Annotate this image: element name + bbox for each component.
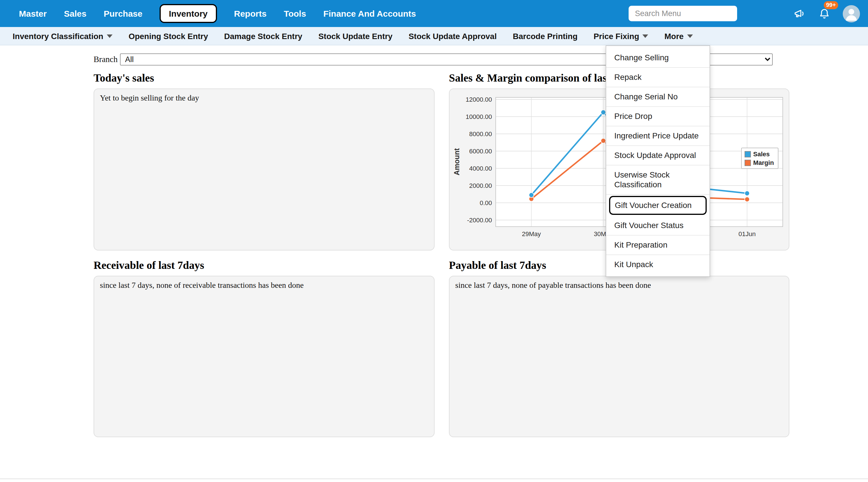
subnav-item-damage-stock-entry[interactable]: Damage Stock Entry xyxy=(224,31,302,40)
menu-item-repack[interactable]: Repack xyxy=(606,68,710,87)
todays-sales-title: Today's sales xyxy=(94,72,154,84)
nav-item-purchase[interactable]: Purchase xyxy=(104,9,143,19)
menu-item-price-drop[interactable]: Price Drop xyxy=(606,107,710,126)
y-tick-label: 4000.00 xyxy=(450,165,492,172)
topbar-icons: 99+ xyxy=(792,5,860,22)
nav-item-master[interactable]: Master xyxy=(19,9,47,19)
chevron-down-icon xyxy=(107,34,113,38)
chevron-down-icon xyxy=(643,34,648,38)
app-root: Master Sales Purchase Inventory Reports … xyxy=(0,0,868,482)
subnav-item-price-fixing[interactable]: Price Fixing xyxy=(594,31,648,40)
menu-item-userwise-stock-classification[interactable]: Userwise Stock Classification xyxy=(606,166,710,195)
nav-item-sales[interactable]: Sales xyxy=(64,9,86,19)
branch-label: Branch xyxy=(94,55,118,64)
subnav-label: Barcode Printing xyxy=(513,31,578,40)
inventory-sub-nav: Inventory Classification Opening Stock E… xyxy=(0,27,868,46)
receivable-title: Receivable of last 7days xyxy=(94,259,204,272)
receivable-panel: since last 7 days, none of receivable tr… xyxy=(94,276,435,437)
payable-panel: since last 7 days, none of payable trans… xyxy=(449,276,789,437)
announcement-icon[interactable] xyxy=(792,7,806,20)
menu-item-ingredient-price-update[interactable]: Ingredient Price Update xyxy=(606,126,710,146)
y-tick-label: 0.00 xyxy=(450,199,492,206)
nav-item-finance-and-accounts[interactable]: Finance And Accounts xyxy=(323,9,416,19)
menu-item-stock-update-approval[interactable]: Stock Update Approval xyxy=(606,146,710,166)
todays-sales-panel: Yet to begin selling for the day xyxy=(94,88,435,251)
search-menu-input[interactable] xyxy=(629,6,737,21)
legend-item-margin[interactable]: Margin xyxy=(745,159,774,166)
sales-swatch xyxy=(745,151,751,157)
payable-message: since last 7 days, none of payable trans… xyxy=(450,276,789,295)
chevron-down-icon xyxy=(687,34,693,38)
menu-item-gift-voucher-status[interactable]: Gift Voucher Status xyxy=(606,216,710,235)
subnav-item-stock-update-approval[interactable]: Stock Update Approval xyxy=(408,31,497,40)
x-tick-label: 01Jun xyxy=(739,230,756,237)
user-avatar[interactable] xyxy=(843,5,860,22)
y-tick-label: 6000.00 xyxy=(450,148,492,154)
y-tick-label: 10000.00 xyxy=(450,113,492,120)
more-dropdown-menu: Change Selling Repack Change Serial No P… xyxy=(606,46,710,277)
legend-item-sales[interactable]: Sales xyxy=(745,150,774,158)
x-tick-label: 29May xyxy=(522,230,541,237)
subnav-item-more[interactable]: More xyxy=(664,31,693,40)
subnav-item-stock-update-entry[interactable]: Stock Update Entry xyxy=(318,31,392,40)
subnav-item-opening-stock-entry[interactable]: Opening Stock Entry xyxy=(129,31,208,40)
menu-item-kit-unpack[interactable]: Kit Unpack xyxy=(606,255,710,274)
menu-item-kit-preparation[interactable]: Kit Preparation xyxy=(606,235,710,255)
legend-label: Margin xyxy=(753,159,774,166)
top-bar: Master Sales Purchase Inventory Reports … xyxy=(0,0,868,27)
menu-item-gift-voucher-creation[interactable]: Gift Voucher Creation xyxy=(609,196,707,215)
todays-sales-message: Yet to begin selling for the day xyxy=(94,89,434,108)
subnav-label: Opening Stock Entry xyxy=(129,31,208,40)
nav-item-reports[interactable]: Reports xyxy=(234,9,267,19)
y-tick-label: -2000.00 xyxy=(450,217,492,224)
nav-item-tools[interactable]: Tools xyxy=(284,9,306,19)
receivable-message: since last 7 days, none of receivable tr… xyxy=(94,276,434,295)
subnav-label: More xyxy=(664,31,684,40)
subnav-label: Damage Stock Entry xyxy=(224,31,302,40)
menu-item-change-selling[interactable]: Change Selling xyxy=(606,48,710,68)
margin-swatch xyxy=(745,160,751,166)
top-nav: Master Sales Purchase Inventory Reports … xyxy=(19,4,416,23)
nav-item-inventory[interactable]: Inventory xyxy=(160,4,217,23)
subnav-label: Stock Update Approval xyxy=(408,31,497,40)
subnav-label: Inventory Classification xyxy=(12,31,103,40)
y-tick-label: 12000.00 xyxy=(450,96,492,103)
notification-count-badge: 99+ xyxy=(824,1,838,9)
subnav-label: Stock Update Entry xyxy=(318,31,392,40)
y-tick-label: 2000.00 xyxy=(450,182,492,189)
y-tick-label: 8000.00 xyxy=(450,131,492,137)
subnav-label: Price Fixing xyxy=(594,31,639,40)
footer-divider xyxy=(0,479,868,479)
legend-label: Sales xyxy=(753,150,770,158)
subnav-item-inventory-classification[interactable]: Inventory Classification xyxy=(12,31,113,40)
menu-item-change-serial-no[interactable]: Change Serial No xyxy=(606,87,710,107)
notification-bell-icon[interactable]: 99+ xyxy=(817,7,831,20)
chart-legend: Sales Margin xyxy=(741,148,778,169)
subnav-item-barcode-printing[interactable]: Barcode Printing xyxy=(513,31,578,40)
payable-title: Payable of last 7days xyxy=(449,259,546,272)
